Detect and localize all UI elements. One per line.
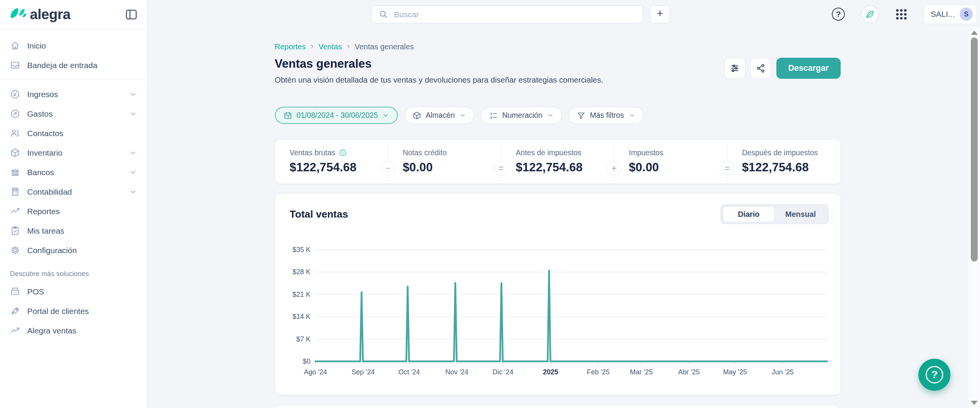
sidebar-item-inventario[interactable]: Inventario: [0, 143, 147, 163]
breadcrumb-current: Ventas generales: [354, 42, 414, 51]
sidebar-collapse-button[interactable]: [125, 8, 138, 21]
topbar-right: ? SALI... S: [832, 0, 977, 28]
report-settings-button[interactable]: [724, 58, 745, 79]
chevron-down-icon: [628, 112, 635, 119]
summary-impuestos: Impuestos $0.00: [614, 140, 727, 184]
grid-dots-icon: [895, 8, 908, 21]
total-ventas-chart[interactable]: $0$7 K$14 K$21 K$28 K$35 KAgo '24Sep '24…: [275, 244, 841, 390]
arrow-up-right-circle-icon: [10, 109, 20, 119]
page-title: Ventas generales: [275, 57, 603, 71]
question-icon: ?: [926, 366, 943, 384]
summary-impuestos-value: $0.00: [629, 161, 727, 174]
sidebar-item-contabilidad[interactable]: Contabilidad: [0, 182, 147, 202]
chevron-down-icon: [382, 112, 389, 119]
calendar-icon: [283, 111, 292, 120]
svg-text:$0: $0: [302, 358, 310, 365]
sidebar-item-configuracion[interactable]: Configuración: [0, 241, 147, 260]
next-section-card: [275, 405, 841, 408]
sidebar-item-pos[interactable]: POS: [0, 282, 147, 301]
search-input[interactable]: [394, 10, 636, 19]
quick-add-button[interactable]: +: [650, 5, 670, 23]
share-icon: [756, 63, 766, 73]
sidebar-item-portal-de-clientes[interactable]: Portal de clientes: [0, 301, 147, 321]
more-filters-label: Más filtros: [590, 111, 624, 120]
sidebar-section-label: Descubre más soluciones: [0, 260, 147, 282]
chevron-down-icon: [129, 168, 137, 176]
toggle-mensual[interactable]: Mensual: [775, 206, 826, 222]
breadcrumb-ventas[interactable]: Ventas: [318, 42, 342, 51]
users-icon: [10, 128, 20, 138]
date-range-filter[interactable]: 01/08/2024 - 30/06/2025: [275, 107, 398, 124]
total-ventas-card: Total ventas Diario Mensual $0$7 K$14 K$…: [275, 193, 841, 395]
sidebar-item-alegra-ventas[interactable]: Alegra ventas: [0, 321, 147, 340]
sidebar-item-bancos[interactable]: Bancos: [0, 163, 147, 182]
scrollbar-up-arrow[interactable]: [971, 31, 978, 35]
chart-title: Total ventas: [290, 208, 348, 220]
sidebar-item-inicio[interactable]: Inicio: [0, 36, 147, 55]
account-name: SALI...: [931, 10, 955, 19]
sustainability-button[interactable]: [861, 5, 879, 23]
bank-icon: [10, 167, 20, 177]
breadcrumb-separator: ›: [347, 42, 350, 52]
svg-text:$35 K: $35 K: [292, 246, 310, 254]
breadcrumb-reportes[interactable]: Reportes: [275, 42, 306, 51]
search-box[interactable]: [371, 5, 643, 23]
sidebar-divider: [0, 80, 147, 80]
brand-wordmark: alegra: [30, 7, 70, 23]
vertical-scrollbar: [968, 28, 980, 408]
funnel-icon: [577, 111, 586, 120]
chevron-down-icon: [129, 110, 137, 118]
info-icon[interactable]: [339, 149, 347, 157]
sidebar-item-reportes[interactable]: Reportes: [0, 202, 147, 221]
page-subtitle: Obtén una visión detallada de tus ventas…: [275, 75, 603, 85]
rocket-icon: [10, 306, 20, 316]
account-menu-button[interactable]: SALI... S: [924, 5, 977, 24]
toggle-diario[interactable]: Diario: [723, 206, 775, 222]
summary-notas-credito: Notas crédito $0.00: [388, 140, 501, 184]
numbering-filter[interactable]: 12 Numeración: [481, 107, 562, 124]
arrow-down-left-circle-icon: [10, 89, 20, 99]
svg-text:$14 K: $14 K: [292, 313, 310, 320]
summary-card: Ventas brutas $122,754.68 Notas crédito …: [275, 139, 841, 184]
svg-text:Jun '25: Jun '25: [771, 368, 793, 376]
more-filters[interactable]: Más filtros: [568, 107, 644, 124]
box-icon: [10, 148, 20, 158]
help-menu-button[interactable]: ?: [832, 8, 845, 21]
chevron-down-icon: [129, 90, 137, 98]
panel-collapse-icon: [125, 8, 138, 21]
search-icon: [379, 10, 388, 19]
sidebar-item-gastos[interactable]: Gastos: [0, 104, 147, 124]
svg-text:$7 K: $7 K: [296, 335, 310, 343]
chart-line-icon: [10, 206, 20, 216]
sidebar-item-contactos[interactable]: Contactos: [0, 124, 147, 143]
scrollbar-thumb[interactable]: [971, 37, 978, 262]
sidebar-item-mis-tareas[interactable]: Mis tareas: [0, 221, 147, 241]
svg-text:2: 2: [490, 115, 492, 119]
warehouse-filter[interactable]: Almacén: [404, 107, 474, 124]
operator-equals-badge: =: [494, 161, 508, 176]
sidebar-item-bandeja-de-entrada[interactable]: Bandeja de entrada: [0, 55, 147, 75]
svg-text:Oct '24: Oct '24: [398, 368, 420, 376]
svg-text:Ago '24: Ago '24: [304, 368, 327, 376]
topbar: + ? SALI... S: [147, 0, 980, 28]
period-toggle: Diario Mensual: [720, 204, 829, 224]
filter-bar: 01/08/2024 - 30/06/2025 Almacén 12 Numer…: [275, 107, 841, 124]
question-icon: ?: [836, 10, 841, 19]
sidebar-item-ingresos[interactable]: Ingresos: [0, 85, 147, 104]
svg-text:$28 K: $28 K: [292, 268, 310, 276]
content: Reportes › Ventas › Ventas generales Ven…: [147, 28, 968, 408]
summary-antes-de-impuestos-value: $122,754.68: [516, 161, 614, 174]
svg-text:Nov '24: Nov '24: [445, 368, 468, 376]
breadcrumb-separator: ›: [311, 42, 314, 52]
scrollbar-down-arrow[interactable]: [971, 401, 978, 405]
numbered-list-icon: 12: [489, 111, 498, 120]
share-button[interactable]: [750, 58, 771, 79]
chevron-down-icon: [129, 188, 137, 196]
apps-menu-button[interactable]: [895, 8, 908, 21]
download-button[interactable]: Descargar: [776, 58, 840, 79]
calculator-icon: [10, 187, 20, 197]
help-fab[interactable]: ?: [918, 359, 951, 391]
svg-text:1: 1: [490, 112, 492, 115]
home-icon: [10, 41, 20, 51]
summary-ventas-brutas-value: $122,754.68: [290, 161, 388, 174]
